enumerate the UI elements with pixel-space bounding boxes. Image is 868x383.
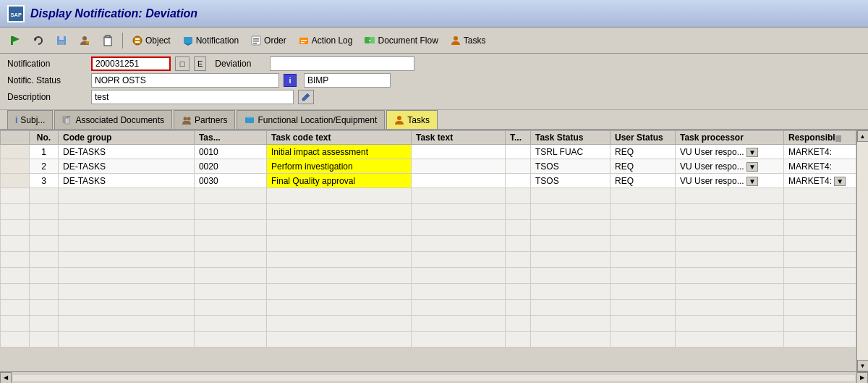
cell-tas: 0010 [194, 145, 266, 159]
description-label: Description [7, 92, 87, 102]
col-task-status-header[interactable]: Task Status [531, 131, 610, 145]
object-btn[interactable]: Object [127, 30, 176, 51]
tasks-btn[interactable]: Tasks [445, 30, 491, 51]
undo-btn[interactable] [27, 30, 49, 51]
empty-row-selector [1, 316, 30, 332]
flag-btn[interactable] [4, 30, 26, 51]
clipboard-btn[interactable] [97, 30, 119, 51]
row-selector[interactable] [1, 145, 30, 159]
cell-task-code-text: Final Quality approval [267, 174, 412, 188]
docs-tab-icon [62, 115, 72, 125]
tabs-row: i Subj... Associated Documents Partners [0, 110, 868, 130]
empty-row [1, 252, 856, 268]
row-selector[interactable] [1, 174, 30, 188]
svg-point-33 [187, 117, 191, 120]
empty-row-selector [1, 220, 30, 236]
responsible-scroll[interactable]: ▼ [834, 177, 846, 186]
processor-dropdown[interactable]: ▼ [746, 162, 758, 172]
cell-user-status: REQ [610, 159, 676, 174]
description-input[interactable] [91, 90, 294, 104]
notification-label: Notification [196, 35, 239, 46]
svg-rect-7 [59, 41, 64, 45]
scroll-track[interactable] [857, 142, 869, 360]
col-user-status-header[interactable]: User Status [610, 131, 676, 145]
docflow-btn[interactable]: Document Flow [359, 30, 443, 51]
docflow-label: Document Flow [378, 35, 438, 46]
col-task-code-text-header[interactable]: Task code text [267, 131, 412, 145]
info-btn[interactable]: i [284, 74, 297, 87]
cell-code-group: DE-TASKS [59, 174, 195, 188]
empty-row-selector [1, 332, 30, 348]
notification-input[interactable] [91, 56, 171, 71]
empty-row-selector [1, 204, 30, 220]
h-scroll-track [13, 375, 855, 381]
cell-task-status: TSOS [531, 174, 610, 188]
table-row[interactable]: 2 DE-TASKS 0020 Perform investigation TS… [1, 159, 856, 174]
svg-rect-2 [11, 36, 13, 45]
scroll-up-btn[interactable]: ▲ [857, 130, 869, 142]
notification-extra-btn[interactable]: □ [175, 56, 190, 71]
cell-task-text [412, 145, 506, 159]
cell-task-status: TSOS [531, 159, 610, 174]
tab-tasks[interactable]: Tasks [386, 110, 438, 129]
svg-point-27 [454, 36, 458, 41]
processor-dropdown[interactable]: ▼ [746, 177, 758, 186]
row-selector[interactable] [1, 159, 30, 174]
svg-rect-20 [253, 43, 257, 44]
table-row[interactable]: 1 DE-TASKS 0010 Initial impact assessmen… [1, 145, 856, 159]
svg-rect-6 [59, 36, 64, 40]
col-tas-header[interactable]: Tas... [194, 131, 266, 145]
tasks-table: No. Code group Tas... Task code text Tas… [0, 130, 856, 348]
col-t-header[interactable]: T... [506, 131, 531, 145]
scroll-left-btn[interactable]: ◀ [0, 372, 12, 384]
order-btn[interactable]: Order [245, 30, 292, 51]
empty-row [1, 300, 856, 316]
tab-assoc-docs[interactable]: Associated Documents [54, 110, 172, 129]
tab-subject[interactable]: i Subj... [7, 110, 53, 129]
notification-btn[interactable]: Notification [177, 30, 244, 51]
processor-dropdown[interactable]: ▼ [746, 148, 758, 157]
cell-task-processor: VU User respo... ▼ [676, 159, 784, 174]
col-responsible-header[interactable]: Responsibl▼ [784, 131, 856, 145]
description-row: Description [7, 90, 861, 104]
cell-task-status: TSRL FUAC [531, 145, 610, 159]
svg-point-8 [82, 36, 87, 41]
svg-rect-18 [253, 38, 259, 40]
notification-type: Deviation [215, 59, 251, 69]
table-wrapper: No. Code group Tas... Task code text Tas… [0, 130, 868, 371]
scroll-right-btn[interactable]: ▶ [856, 372, 868, 384]
col-code-group-header[interactable]: Code group [59, 131, 195, 145]
cell-user-status: REQ [610, 145, 676, 159]
tab-func-loc[interactable]: Functional Location/Equipment [237, 110, 385, 129]
tab-partners[interactable]: Partners [174, 110, 235, 129]
cell-no: 2 [30, 159, 59, 174]
cell-task-processor: VU User respo... ▼ [676, 145, 784, 159]
svg-rect-13 [135, 38, 140, 40]
user-settings-btn[interactable] [74, 30, 95, 51]
col-task-processor-header[interactable]: Task processor [676, 131, 784, 145]
cell-responsible: MARKET4: ▼ [784, 174, 856, 188]
right-field-input[interactable] [270, 56, 414, 71]
title-bar: SAP Display Notification: Deviation [0, 0, 868, 28]
svg-rect-14 [135, 41, 140, 43]
cell-task-processor: VU User respo... ▼ [676, 174, 784, 188]
cell-no: 1 [30, 145, 59, 159]
form-area: Notification □ E Deviation Notific. Stat… [0, 54, 868, 110]
horizontal-scrollbar[interactable]: ◀ ▶ [0, 371, 868, 383]
table-row[interactable]: 3 DE-TASKS 0030 Final Quality approval T… [1, 174, 856, 188]
svg-point-12 [133, 36, 142, 45]
scroll-down-btn[interactable]: ▼ [857, 360, 869, 371]
col-task-text-header[interactable]: Task text [412, 131, 506, 145]
cell-no: 3 [30, 174, 59, 188]
vertical-scrollbar[interactable]: ▲ ▼ [856, 130, 868, 371]
actionlog-btn[interactable]: Action Log [293, 30, 358, 51]
notification-e-btn[interactable]: E [194, 56, 206, 71]
tab-partners-label: Partners [195, 115, 227, 125]
edit-btn[interactable] [298, 90, 314, 104]
bimp-input[interactable] [304, 73, 391, 88]
svg-rect-35 [247, 116, 249, 118]
status-input[interactable] [91, 73, 279, 88]
save-btn[interactable] [51, 30, 72, 51]
col-no-header[interactable]: No. [30, 131, 59, 145]
cell-tas: 0030 [194, 174, 266, 188]
